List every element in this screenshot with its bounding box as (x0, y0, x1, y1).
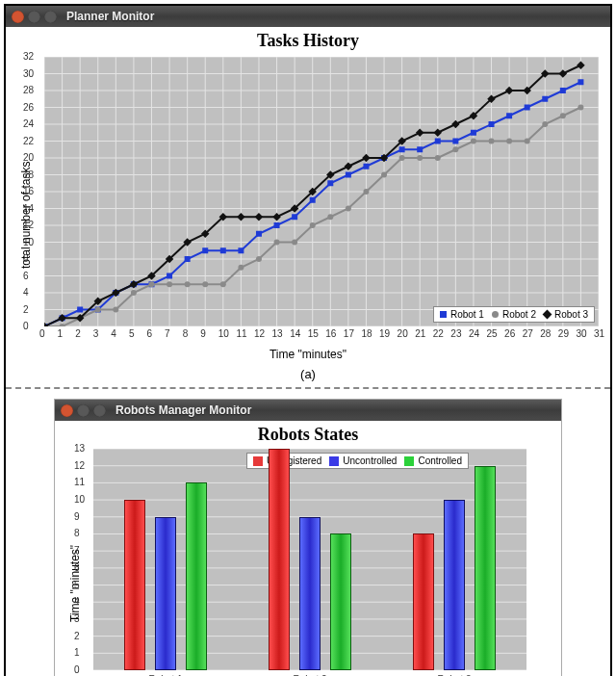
legend-item: Robot 3 (544, 309, 588, 320)
y-tick-label: 4 (23, 287, 40, 298)
svg-point-88 (185, 281, 191, 287)
x-tick-label: 28 (540, 328, 551, 339)
svg-point-96 (327, 214, 333, 220)
legend-label: Robot 3 (554, 309, 588, 320)
bar (330, 533, 351, 670)
svg-rect-62 (274, 222, 280, 228)
x-tick-label: 24 (469, 328, 479, 339)
svg-rect-79 (578, 79, 583, 85)
y-tick-label: 6 (74, 562, 80, 573)
svg-point-103 (452, 146, 458, 152)
svg-point-85 (131, 290, 137, 296)
y-tick-label: 13 (74, 443, 85, 454)
legend-item: Robot 1 (440, 309, 484, 320)
maximize-icon[interactable] (93, 404, 106, 417)
legend-label: Controlled (418, 455, 462, 466)
svg-point-105 (489, 139, 495, 144)
svg-rect-74 (489, 121, 495, 127)
svg-point-91 (238, 265, 244, 271)
svg-rect-73 (471, 130, 476, 136)
window-titlebar[interactable]: Robots Manager Monitor (55, 400, 561, 421)
svg-point-93 (274, 240, 280, 246)
x-tick-label: 12 (254, 328, 265, 339)
y-tick-label: 9 (74, 511, 80, 522)
svg-point-86 (148, 281, 154, 287)
svg-rect-59 (220, 247, 226, 253)
svg-point-106 (506, 139, 512, 144)
bar (444, 500, 465, 670)
svg-point-87 (167, 281, 172, 287)
bar (299, 517, 321, 670)
minimize-icon[interactable] (77, 404, 90, 417)
svg-rect-129 (362, 154, 370, 162)
subfigure-label: (a) (6, 367, 610, 381)
svg-rect-60 (238, 247, 244, 253)
svg-point-94 (292, 240, 297, 246)
svg-point-104 (471, 139, 476, 144)
svg-point-110 (578, 105, 583, 111)
x-tick-label: 26 (504, 328, 515, 339)
svg-rect-137 (505, 87, 513, 94)
bar (155, 517, 176, 670)
svg-rect-140 (559, 69, 567, 77)
y-tick-label: 0 (74, 664, 80, 675)
svg-rect-134 (451, 120, 459, 128)
x-tick-label: 10 (218, 328, 229, 339)
svg-point-89 (202, 281, 208, 287)
x-tick-label: 21 (415, 328, 425, 339)
svg-rect-56 (167, 273, 172, 279)
x-tick-label: 25 (487, 328, 498, 339)
x-tick-label: 18 (361, 328, 372, 339)
svg-point-99 (381, 172, 387, 178)
svg-rect-69 (399, 146, 405, 152)
x-tick-label: 15 (308, 328, 319, 339)
svg-point-97 (346, 206, 351, 212)
x-tick-label: 5 (129, 328, 135, 339)
svg-point-108 (542, 121, 548, 127)
legend-label: Robot 2 (502, 309, 536, 320)
svg-rect-122 (237, 213, 244, 221)
svg-point-109 (560, 113, 566, 118)
svg-point-102 (435, 155, 441, 161)
svg-point-101 (417, 155, 423, 161)
svg-rect-64 (310, 197, 316, 203)
x-tick-label: 13 (272, 328, 283, 339)
y-tick-label: 18 (23, 169, 40, 180)
svg-point-98 (363, 189, 369, 195)
legend-item: Uncontrolled (329, 455, 397, 466)
svg-rect-70 (417, 146, 423, 152)
x-tick-label: 29 (558, 328, 569, 339)
y-tick-label: 2 (23, 304, 40, 315)
close-icon[interactable] (12, 11, 24, 23)
x-tick-label: 4 (111, 328, 116, 339)
bar (413, 533, 434, 670)
window-titlebar[interactable]: Planner Monitor (6, 6, 610, 27)
svg-rect-78 (560, 88, 566, 93)
y-tick-label: 6 (23, 271, 40, 281)
y-tick-label: 26 (23, 102, 40, 113)
x-tick-label: 6 (146, 328, 152, 339)
svg-rect-123 (255, 213, 263, 221)
robots-manager-monitor-window: Robots Manager Monitor Robots States Tim… (54, 399, 562, 676)
minimize-icon[interactable] (28, 11, 40, 23)
bar (475, 466, 496, 670)
x-tick-label: 19 (379, 328, 390, 339)
y-tick-label: 0 (23, 321, 40, 331)
x-tick-label: 27 (523, 328, 533, 339)
chart-title: Tasks History (6, 27, 610, 51)
x-tick-label: 14 (290, 328, 300, 339)
bar (124, 500, 145, 670)
window-title: Planner Monitor (66, 10, 154, 23)
close-icon[interactable] (61, 404, 73, 417)
y-tick-label: 10 (74, 494, 85, 505)
y-tick-label: 14 (23, 203, 40, 214)
svg-rect-71 (435, 139, 441, 144)
line-chart: Robot 1 Robot 2 Robot 3 0246810121416182… (44, 57, 599, 326)
svg-point-107 (525, 139, 530, 144)
maximize-icon[interactable] (44, 11, 57, 23)
svg-rect-61 (256, 231, 262, 237)
legend-item: Controlled (404, 455, 462, 466)
window-title: Robots Manager Monitor (116, 403, 251, 417)
x-tick-label: 16 (325, 328, 336, 339)
svg-point-95 (310, 222, 316, 228)
